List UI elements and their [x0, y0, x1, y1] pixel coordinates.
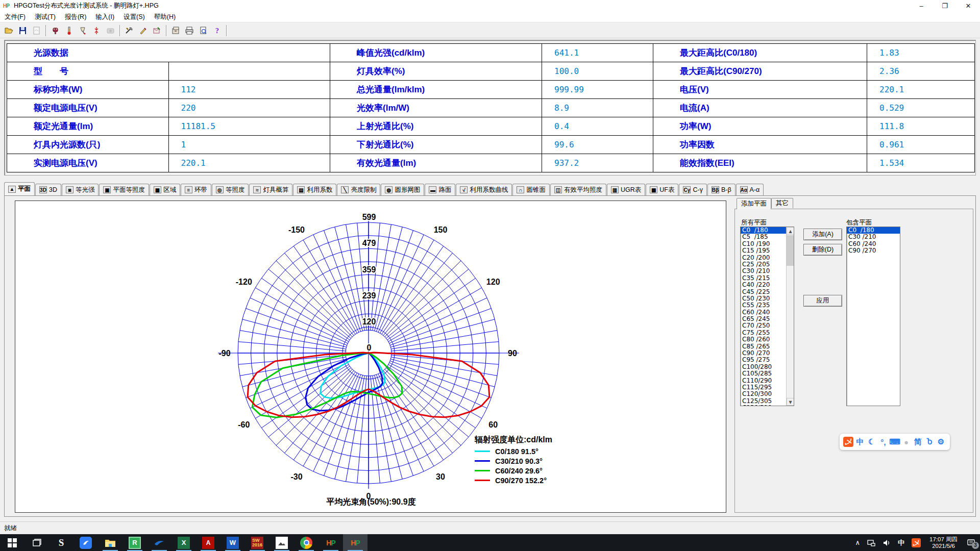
taskbar-thunder[interactable]: [74, 534, 98, 551]
view-tab-3d[interactable]: 3D3D: [35, 184, 61, 195]
ime-punctuation-icon[interactable]: °,: [878, 437, 888, 447]
status-bar: 就绪: [0, 521, 980, 534]
table-label-cell: 光源数据: [7, 44, 330, 62]
menu-input[interactable]: 输入(I): [91, 11, 119, 22]
view-tab-c-gamma[interactable]: CγC-γ: [679, 184, 706, 195]
view-tab-circular-grid[interactable]: ◍圆形网图: [381, 184, 424, 195]
network-icon[interactable]: [867, 539, 875, 546]
toolbar-button-calibration[interactable]: [90, 24, 103, 37]
menu-help[interactable]: 帮助(H): [150, 11, 180, 22]
toolbar-button-print-preview[interactable]: [197, 24, 210, 37]
taskbar-hpgotest-b[interactable]: HP: [343, 534, 368, 551]
toolbar-button-lamp-test[interactable]: [77, 24, 89, 37]
included-planes-listbox[interactable]: C0 /180C30 /210C60 /240C90 /270: [846, 227, 900, 406]
taskbar-hpgotest-a[interactable]: HP: [318, 534, 343, 551]
apply-button[interactable]: 应用: [803, 295, 842, 307]
taskbar-solidworks-2016[interactable]: SW2016: [245, 534, 270, 551]
included-planes-item[interactable]: C90 /270: [847, 247, 900, 254]
ime-language-indicator[interactable]: 中: [898, 538, 904, 547]
view-tab-luminaire-estimate[interactable]: ≈灯具概算: [249, 184, 292, 195]
taskbar-excel[interactable]: X: [172, 534, 196, 551]
table-label-cell: 最大距高比(C0/180): [653, 44, 867, 62]
view-tab-iso-intensity[interactable]: ◙等光强: [62, 184, 99, 195]
view-tab-ugr-table[interactable]: ▥UGR表: [607, 184, 645, 195]
ime-night-mode-icon[interactable]: ☾: [867, 437, 877, 447]
b-beta-tab-icon: Bβ: [712, 186, 719, 193]
sogou-logo-icon[interactable]: 乄: [843, 437, 853, 447]
view-tab-plane-iso-illuminance[interactable]: ▣平面等照度: [99, 184, 149, 195]
ime-toolbar[interactable]: 乄中☾°,⌨●简Ⴆ⚙: [840, 434, 950, 450]
view-tab-effective-avg-illuminance[interactable]: ◫有效平均照度: [550, 184, 606, 195]
table-value-cell: 0.961: [867, 136, 975, 154]
taskbar-start[interactable]: [0, 534, 24, 551]
toolbar-button-edit-report[interactable]: [151, 24, 163, 37]
taskbar-word[interactable]: W: [220, 534, 245, 551]
legend-item: C90/270 152.2°: [475, 475, 552, 485]
taskbar-chrome[interactable]: [294, 534, 318, 551]
add-plane-button[interactable]: 添加(A): [803, 229, 842, 240]
ime-soft-keyboard-icon[interactable]: ⌨: [890, 437, 900, 447]
toolbar-button-thermometer[interactable]: [63, 24, 76, 37]
menu-report[interactable]: 报告(R): [60, 11, 91, 22]
toolbar-button-goniometer[interactable]: [49, 24, 62, 37]
taskbar-file-explorer[interactable]: [98, 534, 122, 551]
polar-intensity-chart: 5994793592391200-150-120-90-60-300306090…: [15, 201, 727, 513]
taskbar-green-r-app[interactable]: R: [122, 534, 147, 551]
area-tab-icon: ▦: [154, 186, 161, 193]
sogou-tray-icon[interactable]: 乄: [912, 538, 921, 547]
taskbar-blue-swoosh-app[interactable]: [147, 534, 172, 551]
toolbar-button-help[interactable]: ?: [211, 24, 224, 37]
ime-skin-icon[interactable]: Ⴆ: [924, 437, 935, 447]
view-tab-luminance-limit[interactable]: ╲亮度限制: [337, 184, 380, 195]
tray-chevron-icon[interactable]: ∧: [855, 539, 861, 546]
view-tab-annulus[interactable]: ≡环带: [181, 184, 211, 195]
ime-account-icon[interactable]: ●: [901, 437, 912, 447]
plane-tab-add-plane[interactable]: 添加平面: [737, 198, 771, 209]
close-button[interactable]: ✕: [957, 0, 980, 11]
included-planes-item[interactable]: C60 /240: [847, 241, 900, 247]
all-planes-scrollbar[interactable]: ▲ ▼: [786, 227, 794, 406]
view-tab-a-alpha[interactable]: AαA-α: [736, 184, 764, 195]
taskbar-photos[interactable]: [270, 534, 294, 551]
toolbar-button-save[interactable]: [16, 24, 29, 37]
taskbar-sogou-input[interactable]: S: [49, 534, 74, 551]
cone-surface-tab-icon: ∩: [517, 186, 524, 193]
remove-plane-button[interactable]: 删除(D): [803, 244, 842, 256]
toolbar-button-print[interactable]: [183, 24, 196, 37]
plane-tab-other[interactable]: 其它: [771, 198, 793, 208]
toolbar-button-open[interactable]: [3, 24, 15, 37]
view-tab-utilization-factor[interactable]: ▤利用系数: [293, 184, 336, 195]
toolbar-separator: [119, 25, 120, 36]
taskbar-task-view[interactable]: [24, 534, 49, 551]
view-tab-uf-table[interactable]: ▩UF表: [646, 184, 678, 195]
clock[interactable]: 17:07 周四 2021/5/6: [929, 536, 958, 549]
ime-mode-chinese-icon[interactable]: 中: [855, 437, 865, 447]
view-tab-cone-surface[interactable]: ∩圆锥面: [512, 184, 550, 195]
view-tab-road-surface[interactable]: ▬路面: [425, 184, 455, 195]
toolbar-button-tools[interactable]: [123, 24, 136, 37]
all-planes-listbox[interactable]: C0 /180C5 /185C10 /190C15 /195C20 /200C2…: [740, 227, 794, 406]
view-tab-utilization-curve[interactable]: √利用系数曲线: [456, 184, 512, 195]
menu-file[interactable]: 文件(F): [0, 11, 30, 22]
legend-label: C60/240 29.6°: [495, 467, 543, 475]
scroll-up-arrow[interactable]: ▲: [787, 227, 794, 235]
ime-settings-icon[interactable]: ⚙: [936, 437, 946, 447]
view-tab-iso-illuminance[interactable]: ◎等照度: [212, 184, 249, 195]
view-tab-b-beta[interactable]: BβB-β: [707, 184, 736, 195]
scroll-down-arrow[interactable]: ▼: [787, 398, 794, 406]
view-tab-area[interactable]: ▦区域: [150, 184, 180, 195]
restore-button[interactable]: ❐: [933, 0, 957, 11]
toolbar-button-archive[interactable]: [169, 24, 182, 37]
toolbar-button-edit-lamp[interactable]: [137, 24, 150, 37]
included-planes-item[interactable]: C30 /210: [847, 234, 900, 240]
menu-test[interactable]: 测试(T): [30, 11, 60, 22]
minimize-button[interactable]: –: [910, 0, 933, 11]
menu-settings[interactable]: 设置(S): [119, 11, 150, 22]
scrollbar-thumb[interactable]: [787, 235, 794, 266]
view-tab-plane[interactable]: ▲平面: [4, 182, 35, 195]
taskbar-adobe-reader[interactable]: A: [196, 534, 220, 551]
notification-center-icon[interactable]: 3: [963, 534, 980, 551]
speaker-icon[interactable]: [883, 539, 891, 546]
included-planes-item[interactable]: C0 /180: [847, 227, 900, 234]
ime-simplified-icon[interactable]: 简: [913, 437, 923, 447]
